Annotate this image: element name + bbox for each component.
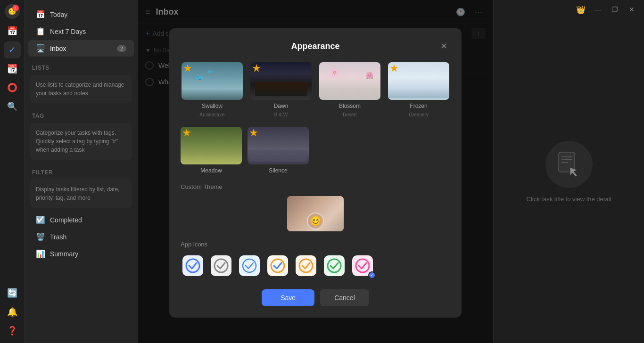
architecture-category: Architecture [199,112,224,117]
completed-icon: ☑️ [36,215,45,224]
svg-rect-4 [239,255,260,276]
blossom-label: Blossom [339,103,361,109]
right-panel: Click task title to view the detail [493,0,644,343]
theme-silence[interactable]: Silence [248,127,309,174]
sidebar-calendar-icon[interactable]: 📆 [4,60,21,77]
sidebar-item-next7days[interactable]: 📋 Next 7 Days [28,23,134,40]
swallow-thumb: 🐦 🐦 [182,62,243,100]
app-icon-gray[interactable] [209,253,233,278]
themes-grid: 🐦 🐦 Swallow Architecture Dawn B & W [181,62,450,117]
theme-swallow[interactable]: 🐦 🐦 Swallow Architecture [181,62,244,117]
today-nav-icon: 📅 [36,10,45,19]
app-icon-pink[interactable]: ✓ [350,253,375,278]
sidebar-habits-icon[interactable]: ⭕ [4,79,21,96]
custom-theme-thumb: 😊 [287,196,344,231]
theme-meadow[interactable]: Meadow [181,127,242,174]
notification-badge: 1 [12,5,19,11]
modal-footer: Save Cancel [181,289,450,306]
app-icons-title: App icons [181,241,450,248]
sidebar-today-label: Today [50,11,67,18]
tag-info-card: Categorize your tasks with tags. Quickly… [30,123,132,160]
main-content: ≡ Inbox 🕐 ⋯ + ⋮ ▼ No Date Welc... Wha...… [138,0,493,343]
minimize-button[interactable]: — [591,3,604,16]
desert-category: Desert [343,112,356,117]
app-icon-green[interactable] [322,253,347,278]
greenery-category: Greenery [409,112,429,117]
svg-marker-18 [570,167,577,177]
custom-theme-title: Custom Theme [181,183,450,190]
dawn-premium-badge [252,64,261,73]
app-icons-row: ✓ [181,253,450,278]
custom-theme-card[interactable]: 😊 [181,196,450,231]
check-icon: ✓ [8,45,16,55]
silence-label: Silence [269,167,287,174]
sidebar-search-icon[interactable]: 🔍 [4,98,21,115]
app-icon-orange[interactable] [294,253,318,278]
calendar-icon: 📆 [7,64,17,74]
silence-premium-badge [249,129,258,137]
modal-close-button[interactable]: ✕ [437,40,450,53]
sync-button[interactable]: 🔄 [4,285,21,302]
tag-section-header: Tag [25,105,138,121]
tag-info-text: Categorize your tasks with tags. Quickly… [36,130,118,153]
empty-state-icon [545,141,593,188]
lists-info-text: Use lists to categorize and manage your … [36,82,124,97]
filter-info-card: Display tasks filtered by list, date, pr… [30,180,132,208]
sidebar-next7days-label: Next 7 Days [50,28,86,35]
theme-dawn[interactable]: Dawn B & W [249,62,313,117]
sidebar-trash-label: Trash [50,233,66,241]
crown-icon: 👑 [576,5,586,14]
custom-theme-section: Custom Theme 😊 [181,183,450,231]
app-icon-orange-blue[interactable] [265,253,290,278]
modal-overlay: Appearance ✕ 🐦 🐦 Swallow Architecture [138,0,493,343]
sidebar-completed-label: Completed [50,216,82,224]
selected-badge: ✓ [368,271,376,279]
lists-info-card: Use lists to categorize and manage your … [30,75,132,103]
theme-blossom[interactable]: 🌸 🌺 Blossom Desert [318,62,381,117]
modal-header: Appearance ✕ [181,40,450,53]
sidebar-item-inbox[interactable]: 🖥️ Inbox 2 [28,40,134,57]
inbox-badge: 2 [117,45,126,52]
meadow-premium-badge [182,129,191,137]
filter-section-header: Filter [25,162,138,178]
search-icon: 🔍 [7,101,17,112]
filter-info-text: Display tasks filtered by list, date, pr… [36,186,119,201]
silence-thumb [248,127,309,164]
maximize-button[interactable]: ❐ [608,3,621,16]
appearance-modal: Appearance ✕ 🐦 🐦 Swallow Architecture [169,28,462,318]
frozen-label: Frozen [410,103,427,109]
app-icon-blue-outline[interactable] [237,253,262,278]
today-icon: 📅 [7,26,17,36]
meadow-label: Meadow [200,167,222,174]
swallow-label: Swallow [202,103,223,109]
save-button[interactable]: Save [262,289,314,306]
help-button[interactable]: ❓ [4,322,21,339]
cancel-button[interactable]: Cancel [320,289,369,306]
theme-frozen[interactable]: Frozen Greenery [387,62,450,117]
habits-icon: ⭕ [7,82,17,93]
dawn-label: Dawn [274,103,289,109]
sidebar: 📅 Today 📋 Next 7 Days 🖥️ Inbox 2 Lists U… [25,0,138,343]
sidebar-item-today[interactable]: 📅 Today [28,6,134,23]
meadow-thumb [181,127,242,164]
window-chrome: 👑 — ❐ ✕ [570,0,644,19]
sidebar-inbox-label: Inbox [50,45,66,52]
sidebar-item-summary[interactable]: 📊 Summary [28,245,134,262]
dawn-thumb [250,62,312,100]
sidebar-item-trash[interactable]: 🗑️ Trash [28,229,134,245]
sidebar-item-completed[interactable]: ☑️ Completed [28,212,134,228]
bell-button[interactable]: 🔔 [4,303,21,320]
app-icon-blue[interactable] [181,253,205,278]
lists-section-header: Lists [25,57,138,73]
next7days-icon: 📋 [36,27,45,36]
cursor-doc-icon [555,150,583,179]
icon-bar: 🙂 1 📅 ✓ 📆 ⭕ 🔍 🔄 🔔 ❓ [0,0,25,343]
sidebar-tasks-icon[interactable]: ✓ [4,41,21,58]
close-button[interactable]: ✕ [625,3,638,16]
modal-title: Appearance [194,41,437,51]
frozen-premium-badge [390,64,398,73]
avatar-button[interactable]: 🙂 1 [5,4,20,19]
help-icon: ❓ [7,326,17,336]
sidebar-summary-label: Summary [50,250,78,258]
sidebar-today-icon[interactable]: 📅 [4,23,21,40]
